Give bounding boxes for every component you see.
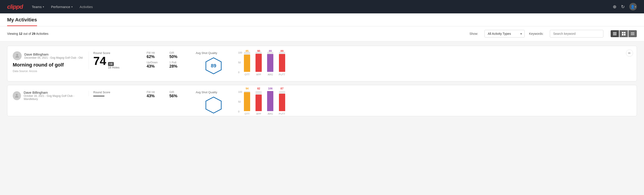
one-putt-value: 28%: [169, 64, 187, 69]
activity-type-select[interactable]: All Activity Types: [484, 30, 524, 38]
hexagon-wrapper-2: [205, 96, 222, 114]
user-info: Dave Billingham December 05, 2021 - Gog …: [13, 51, 84, 60]
user-details-2: Dave Billingham October 16, 2021 - Gog M…: [24, 90, 84, 100]
chevron-down-icon: ▾: [72, 6, 72, 8]
user-date: December 05, 2021 - Gog Magog Golf Club …: [24, 56, 82, 59]
svg-rect-3: [613, 35, 616, 35]
app-value-2: 82: [257, 87, 260, 90]
updown-label: Up/Down: [146, 61, 164, 64]
list-dense-view-button[interactable]: [610, 30, 619, 37]
avg-shot-quality-label: Avg Shot Quality: [196, 51, 217, 55]
chart-bar-arg-2: 106 ARG: [267, 87, 273, 115]
score-badge: +4: [108, 62, 114, 66]
arg-fill-bar: [267, 54, 273, 72]
round-score-label-2: Round Score: [93, 90, 138, 94]
activity-card-2: Dave Billingham October 16, 2021 - Gog M…: [7, 85, 637, 116]
fw-hit-group: FW Hit 62%: [146, 51, 164, 59]
avg-shot-quality: Avg Shot Quality 89: [191, 51, 232, 75]
svg-rect-9: [631, 34, 634, 34]
svg-rect-1: [613, 33, 616, 34]
chart-bar-putt: 89 PUTT: [279, 50, 285, 76]
ott-fill-bar: [244, 55, 250, 72]
card-left-2: Dave Billingham October 16, 2021 - Gog M…: [13, 90, 84, 102]
app-label: APP: [256, 73, 261, 76]
gir-label-2: GIR: [169, 90, 187, 94]
gir-value-2: 56%: [169, 94, 187, 98]
updown-group: Up/Down 43%: [146, 61, 164, 69]
svg-rect-5: [624, 32, 626, 34]
one-putt-group: 1 Putt 28%: [169, 61, 187, 69]
fw-hit-label: FW Hit: [146, 51, 164, 54]
gir-value: 50%: [169, 54, 187, 59]
edit-button[interactable]: ✏: [626, 50, 633, 57]
user-name-2: Dave Billingham: [24, 90, 84, 94]
chart-bar-ott: 85 OTT: [244, 50, 250, 76]
svg-rect-10: [631, 34, 634, 35]
score-number: 74: [93, 55, 106, 67]
app-fill-bar: [256, 54, 262, 72]
user-info-2: Dave Billingham October 16, 2021 - Gog M…: [13, 90, 84, 100]
person-icon-2: [14, 93, 20, 98]
keywords-label: Keywords:: [529, 32, 544, 36]
avg-shot-quality-2: Avg Shot Quality: [191, 90, 232, 114]
nav-performance[interactable]: Performance ▾: [51, 5, 72, 9]
ott-label: OTT: [244, 73, 250, 76]
header-right: ⊕ ↻ 👤 ▾: [613, 3, 637, 10]
fw-hit-label-2: FW Hit: [146, 90, 164, 94]
putt-value-2: 87: [280, 87, 284, 90]
header-left: clippd Teams ▾ Performance ▾ Activities: [7, 3, 93, 10]
grid-icon: [622, 32, 626, 36]
holes-label: 18 Holes: [108, 66, 120, 69]
refresh-icon[interactable]: ↻: [621, 4, 625, 9]
chart-bar-putt-2: 87 PUTT: [279, 87, 285, 115]
fw-hit-group-2: FW Hit 43%: [146, 90, 164, 98]
chart-bar-app: 90 APP: [256, 50, 262, 76]
card-details: FW Hit 62% GIR 50% Up/Down 43% 1 Putt 28…: [142, 51, 187, 69]
hexagon-wrapper: 89: [205, 57, 222, 75]
gir-group: GIR 50%: [169, 51, 187, 59]
bar-container-ott: 85: [244, 50, 250, 72]
search-input[interactable]: [550, 30, 604, 38]
chart-bars-group-2: 94 OTT 82 APP: [244, 90, 285, 115]
list-compact-icon: [631, 32, 634, 36]
activities-list: ✏ Dave Billingham December 05, 2021 - Go…: [0, 46, 644, 124]
ott-label-2: OTT: [244, 112, 250, 115]
chart-bars-group: 85 OTT 90: [244, 51, 285, 76]
person-icon: [14, 53, 20, 58]
round-score-section: Round Score 74 +4 18 Holes: [88, 51, 138, 69]
card-left: Dave Billingham December 05, 2021 - Gog …: [13, 51, 84, 73]
gir-label: GIR: [169, 51, 187, 54]
user-avatar-menu[interactable]: 👤 ▾: [629, 3, 637, 10]
card-details-2: FW Hit 43% GIR 56%: [142, 90, 187, 98]
score-diff-group: +4 18 Holes: [108, 62, 120, 69]
svg-point-11: [16, 54, 18, 56]
chart-y-axis-2: 100 50 0: [238, 90, 242, 113]
user-name: Dave Billingham: [24, 52, 82, 56]
bar-container-putt: 89: [279, 50, 285, 72]
fw-hit-value: 62%: [146, 54, 164, 59]
nav-teams[interactable]: Teams ▾: [32, 5, 44, 9]
activity-type-dropdown[interactable]: All Activity Types: [484, 30, 524, 38]
bar-container-app: 90: [256, 50, 262, 72]
putt-label: PUTT: [279, 73, 285, 76]
avatar-2: [13, 91, 21, 100]
avatar: [13, 51, 22, 60]
arg-label-2: ARG: [268, 112, 273, 115]
one-putt-label: 1 Putt: [169, 61, 187, 64]
avatar-icon: 👤: [630, 5, 635, 9]
svg-rect-7: [624, 34, 626, 36]
shot-quality-chart: 100 50 0 85 OTT: [234, 51, 631, 76]
chart-y-axis: 100 50 0: [238, 51, 242, 74]
svg-marker-14: [206, 97, 221, 113]
logo[interactable]: clippd: [7, 3, 23, 10]
nav-activities[interactable]: Activities: [80, 5, 93, 9]
user-date-2: October 16, 2021 - Gog Magog Golf Club -…: [24, 94, 84, 100]
list-compact-view-button[interactable]: [628, 30, 637, 37]
avg-shot-quality-label-2: Avg Shot Quality: [196, 90, 217, 94]
svg-rect-0: [613, 32, 616, 32]
ott-value-2: 94: [246, 87, 248, 90]
add-icon[interactable]: ⊕: [613, 4, 616, 9]
svg-point-13: [16, 94, 18, 96]
grid-view-button[interactable]: [620, 30, 628, 37]
activity-card: ✏ Dave Billingham December 05, 2021 - Go…: [7, 46, 637, 82]
